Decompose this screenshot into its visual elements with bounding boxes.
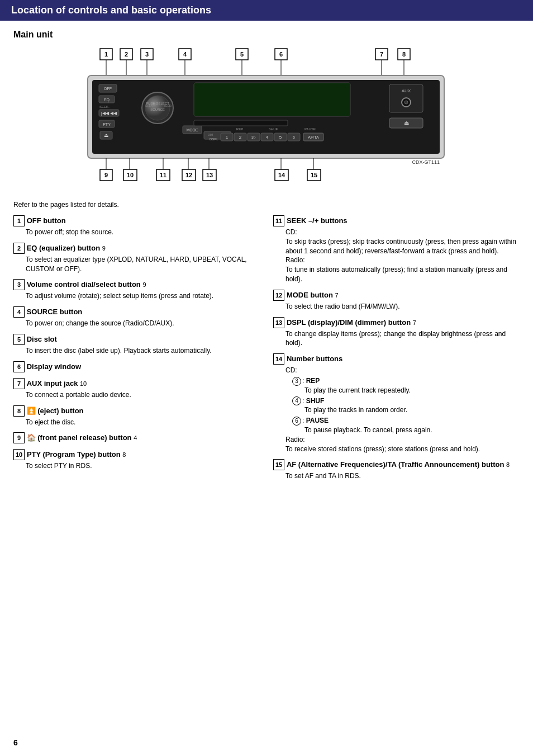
item-12: 12 MODE button 7 To select the radio ban… bbox=[273, 290, 520, 311]
svg-text:1: 1 bbox=[226, 135, 229, 140]
item-10: 10 PTY (Program Type) button 8 To select… bbox=[13, 449, 260, 471]
svg-text:AUX: AUX bbox=[402, 88, 411, 93]
svg-text:7: 7 bbox=[380, 51, 383, 58]
device-diagram: 1 2 3 4 5 6 7 bbox=[13, 46, 520, 192]
callout-12: 12 bbox=[273, 290, 284, 301]
svg-text:8: 8 bbox=[402, 51, 406, 58]
svg-text:PTY: PTY bbox=[103, 122, 111, 126]
svg-text:SOURCE: SOURCE bbox=[150, 108, 165, 111]
svg-text:11: 11 bbox=[160, 172, 166, 178]
item-2: 2 EQ (equalizer) button 9 To select an e… bbox=[13, 243, 260, 274]
svg-text:14: 14 bbox=[278, 172, 285, 178]
svg-text:12: 12 bbox=[185, 172, 192, 178]
svg-text:DIM: DIM bbox=[208, 133, 213, 136]
callout-15: 15 bbox=[273, 459, 284, 470]
callout-9: 9 bbox=[13, 432, 25, 443]
svg-text:3: 3 bbox=[145, 51, 149, 58]
svg-text:⏏: ⏏ bbox=[104, 133, 109, 138]
svg-text:OFF: OFF bbox=[104, 87, 112, 91]
svg-text:MODE: MODE bbox=[187, 128, 198, 132]
callout-8: 8 bbox=[13, 405, 25, 417]
svg-rect-49 bbox=[194, 120, 288, 126]
circle-3: 3 bbox=[292, 377, 301, 386]
svg-text:AF/TA: AF/TA bbox=[308, 135, 319, 139]
right-col: 11 SEEK –/+ buttons CD: To skip tracks (… bbox=[273, 215, 520, 486]
left-col: 1 OFF button To power off; stop the sour… bbox=[13, 215, 260, 486]
item-13: 13 DSPL (display)/DIM (dimmer) button 7 … bbox=[273, 317, 520, 348]
svg-text:DSPL: DSPL bbox=[210, 138, 218, 141]
svg-text:|◀◀ ◀◀: |◀◀ ◀◀ bbox=[101, 111, 117, 116]
svg-text:PAUSE: PAUSE bbox=[304, 127, 316, 131]
device-svg: 1 2 3 4 5 6 7 bbox=[71, 46, 462, 192]
svg-text:SEEK–: SEEK– bbox=[99, 105, 111, 108]
svg-text:4: 4 bbox=[183, 51, 187, 58]
svg-text:CDX-GT111: CDX-GT111 bbox=[412, 159, 440, 165]
callout-3: 3 bbox=[13, 279, 25, 290]
svg-text:EQ: EQ bbox=[104, 98, 110, 102]
svg-text:6: 6 bbox=[279, 51, 283, 58]
circle-6: 6 bbox=[292, 417, 301, 426]
item-8: 8 ⏫ (eject) button To eject the disc. bbox=[13, 405, 260, 427]
callout-7: 7 bbox=[13, 378, 25, 389]
item-3: 3 Volume control dial/select button 9 To… bbox=[13, 279, 260, 301]
svg-text:SEEK+: SEEK+ bbox=[164, 104, 173, 107]
section-title: Main unit bbox=[13, 30, 520, 40]
svg-text:1: 1 bbox=[104, 51, 108, 58]
header-bar: Location of controls and basic operation… bbox=[0, 0, 533, 21]
svg-text:3○: 3○ bbox=[251, 135, 256, 139]
item-6: 6 Display window bbox=[13, 361, 260, 372]
svg-text:2: 2 bbox=[125, 51, 128, 58]
svg-text:5: 5 bbox=[279, 135, 282, 140]
callout-5: 5 bbox=[13, 334, 25, 345]
item-11: 11 SEEK –/+ buttons CD: To skip tracks (… bbox=[273, 215, 520, 284]
callout-6: 6 bbox=[13, 361, 25, 372]
item-7: 7 AUX input jack 10 To connect a portabl… bbox=[13, 378, 260, 400]
header-title: Location of controls and basic operation… bbox=[11, 4, 211, 16]
svg-point-70 bbox=[404, 101, 408, 104]
item-5: 5 Disc slot To insert the disc (label si… bbox=[13, 334, 260, 356]
callout-2: 2 bbox=[13, 243, 25, 254]
refer-text: Refer to the pages listed for details. bbox=[13, 201, 520, 209]
callout-11: 11 bbox=[273, 215, 284, 226]
svg-rect-48 bbox=[194, 83, 350, 116]
item-9: 9 🏠 (front panel release) button 4 bbox=[13, 432, 260, 443]
svg-text:SEEK–: SEEK– bbox=[145, 104, 154, 107]
callout-13: 13 bbox=[273, 317, 284, 328]
page-number: 6 bbox=[13, 738, 18, 747]
svg-text:9: 9 bbox=[104, 172, 108, 178]
svg-text:15: 15 bbox=[311, 172, 317, 178]
svg-text:2: 2 bbox=[239, 135, 242, 140]
svg-text:5: 5 bbox=[240, 51, 244, 58]
callout-1: 1 bbox=[13, 215, 25, 226]
svg-text:13: 13 bbox=[206, 172, 213, 178]
descriptions-container: 1 OFF button To power off; stop the sour… bbox=[13, 215, 520, 486]
svg-text:4: 4 bbox=[266, 135, 269, 140]
svg-text:6: 6 bbox=[293, 135, 295, 139]
callout-4: 4 bbox=[13, 306, 25, 318]
circle-4: 4 bbox=[292, 396, 301, 405]
item-4: 4 SOURCE button To power on; change the … bbox=[13, 306, 260, 328]
item-15: 15 AF (Alternative Frequencies)/TA (Traf… bbox=[273, 459, 520, 481]
svg-text:REP: REP bbox=[236, 127, 243, 131]
svg-text:SHUF: SHUF bbox=[269, 127, 278, 131]
callout-10: 10 bbox=[13, 449, 25, 460]
item-14: 14 Number buttons CD: 3: REP To play the… bbox=[273, 353, 520, 453]
svg-text:⏏: ⏏ bbox=[404, 120, 409, 126]
item-1: 1 OFF button To power off; stop the sour… bbox=[13, 215, 260, 237]
svg-text:10: 10 bbox=[127, 172, 134, 178]
callout-14: 14 bbox=[273, 353, 284, 365]
